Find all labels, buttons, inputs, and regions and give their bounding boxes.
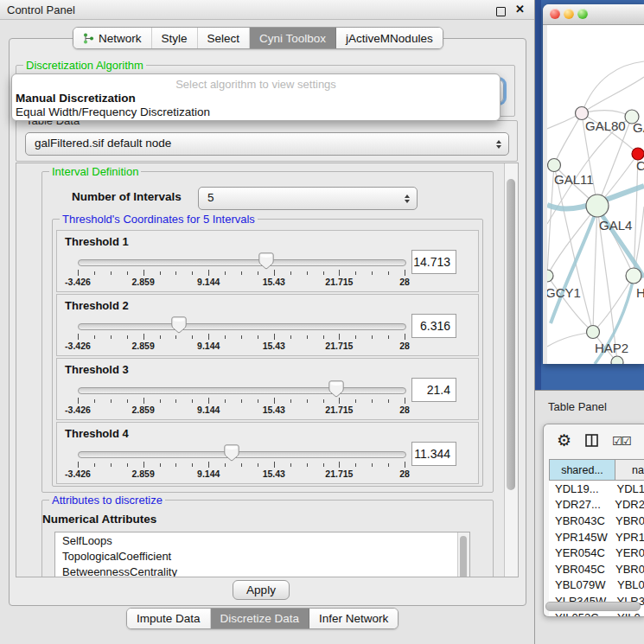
node-label-c: C bbox=[636, 158, 644, 173]
tab-discretize-data[interactable]: Discretize Data bbox=[211, 609, 310, 628]
minimize-traffic-light-icon[interactable] bbox=[564, 9, 574, 19]
columns-icon[interactable] bbox=[585, 434, 599, 451]
right-area: GAL80GACGAL11GAL4GCY1HHAP2 Table Panel ⚙… bbox=[535, 0, 644, 644]
node-label-gcy1: GCY1 bbox=[547, 285, 581, 300]
tab-label: jActiveMNodules bbox=[346, 32, 433, 45]
column-header-shared-name[interactable]: shared... bbox=[549, 459, 615, 481]
tab-style[interactable]: Style bbox=[152, 28, 198, 48]
column-header-name[interactable]: na bbox=[615, 459, 644, 481]
cell-shared-name: YIL052C bbox=[549, 611, 617, 617]
network-edge bbox=[582, 61, 644, 113]
tab-jactivemnodules[interactable]: jActiveMNodules bbox=[336, 28, 443, 48]
table-row[interactable]: YDL19...YDL1 bbox=[549, 481, 644, 497]
algorithm-option-equal-width-frequency-discretization[interactable]: Equal Width/Frequency Discretization bbox=[12, 105, 500, 118]
interval-definition-legend: Interval Definition bbox=[49, 165, 141, 178]
checkbox-icon[interactable]: ☑☑ bbox=[612, 434, 630, 448]
control-panel-window: Control Panel ✕ NetworkStyleSelectCyni T… bbox=[0, 0, 535, 644]
threshold-value-field[interactable]: 21.4 bbox=[411, 378, 456, 402]
slider-handle[interactable] bbox=[224, 444, 239, 462]
close-icon[interactable]: ✕ bbox=[515, 3, 525, 16]
cell-shared-name: YER054C bbox=[549, 546, 615, 559]
node-label-ga: GA bbox=[633, 120, 644, 135]
table-panel-window: ⚙ ☑☑ shared... na YDL19...YDL1YDR27...YD… bbox=[543, 424, 644, 617]
table-row[interactable]: YBR043CYBR0 bbox=[549, 513, 644, 529]
table-rows: YDL19...YDL1YDR27...YDR2YBR043CYBR0YPR14… bbox=[549, 481, 644, 616]
tab-label: Cyni Toolbox bbox=[259, 32, 326, 45]
thresholds-legend: Threshold's Coordinates for 5 Intervals bbox=[60, 213, 258, 226]
cell-shared-name: YPR145W bbox=[549, 531, 615, 544]
network-window: GAL80GACGAL11GAL4GCY1HHAP2 bbox=[543, 4, 644, 364]
slider-ticks bbox=[78, 462, 405, 469]
tab-infer-network[interactable]: Infer Network bbox=[309, 609, 398, 628]
network-node[interactable] bbox=[586, 194, 609, 217]
cyni-toolbox-panel: Discretization Algorithm Select algorith… bbox=[9, 38, 526, 606]
slider-handle[interactable] bbox=[171, 316, 187, 334]
slider-handle[interactable] bbox=[328, 380, 344, 398]
gear-icon[interactable]: ⚙ bbox=[557, 430, 571, 450]
tab-label: Infer Network bbox=[319, 612, 388, 625]
num-intervals-value: 5 bbox=[207, 191, 214, 204]
algorithm-option-manual-discretization[interactable]: Manual Discretization bbox=[12, 91, 500, 105]
network-node[interactable] bbox=[587, 326, 600, 339]
table-row[interactable]: YPR145WYPR1 bbox=[549, 529, 644, 545]
table-panel-title: Table Panel bbox=[548, 400, 607, 413]
table-row[interactable]: YBL079WYBL0 bbox=[549, 577, 644, 594]
cell-shared-name: YDR27... bbox=[549, 498, 615, 511]
table-panel-titlebar: Table Panel bbox=[535, 390, 644, 424]
tab-cyni-toolbox[interactable]: Cyni Toolbox bbox=[250, 28, 336, 48]
table-data-group: Table Data galFiltered.sif default node bbox=[16, 120, 518, 162]
tab-select[interactable]: Select bbox=[198, 28, 251, 48]
threshold-label: Threshold 3 bbox=[65, 363, 129, 376]
attributes-scrollbar[interactable] bbox=[457, 532, 469, 577]
network-node[interactable] bbox=[548, 159, 561, 172]
node-label-gal4: GAL4 bbox=[599, 218, 632, 233]
node-label-h: H bbox=[636, 285, 644, 300]
threshold-value-field[interactable]: 14.713 bbox=[411, 250, 456, 274]
slider-track[interactable] bbox=[78, 387, 406, 394]
apply-button[interactable]: Apply bbox=[233, 580, 290, 600]
network-node[interactable] bbox=[547, 270, 553, 282]
attribute-item-topologicalcoefficient[interactable]: TopologicalCoefficient bbox=[55, 548, 469, 564]
slider-track[interactable] bbox=[78, 323, 406, 330]
thresholds-group: Threshold's Coordinates for 5 Intervals … bbox=[52, 219, 483, 487]
threshold-panel-2: Threshold 2-3.4262.8599.14415.4321.71528… bbox=[56, 294, 479, 356]
tab-label: Select bbox=[207, 32, 240, 45]
node-label-gal11: GAL11 bbox=[554, 172, 594, 187]
slider-track[interactable] bbox=[78, 259, 406, 266]
tab-impute-data[interactable]: Impute Data bbox=[127, 609, 211, 628]
panel-scrollbar[interactable] bbox=[504, 163, 518, 577]
table-row[interactable]: YDR27...YDR2 bbox=[549, 497, 644, 513]
attribute-item-betweennesscentrality[interactable]: BetweennessCentrality bbox=[55, 564, 469, 577]
num-intervals-combobox[interactable]: 5 bbox=[198, 187, 418, 210]
zoom-traffic-light-icon[interactable] bbox=[577, 9, 588, 19]
table-hscrollbar[interactable] bbox=[545, 602, 641, 611]
attributes-legend: Attributes to discretize bbox=[49, 494, 165, 507]
table-row[interactable]: YER054CYER0 bbox=[549, 545, 644, 561]
discretization-algorithm-legend: Discretization Algorithm bbox=[23, 59, 146, 72]
cell-name: YPR1 bbox=[615, 531, 644, 544]
close-traffic-light-icon[interactable] bbox=[550, 9, 560, 19]
slider-ticks bbox=[78, 398, 405, 405]
panel-scrollbar-thumb[interactable] bbox=[507, 179, 515, 490]
threshold-value-field[interactable]: 11.344 bbox=[411, 442, 456, 466]
network-canvas[interactable]: GAL80GACGAL11GAL4GCY1HHAP2 bbox=[547, 25, 644, 364]
table-data-combobox[interactable]: galFiltered.sif default node bbox=[25, 132, 509, 156]
network-view-background: GAL80GACGAL11GAL4GCY1HHAP2 bbox=[535, 0, 644, 390]
table-row[interactable]: YBR045CYBR0 bbox=[549, 561, 644, 577]
slider-track[interactable] bbox=[78, 451, 406, 458]
attributes-scrollbar-thumb[interactable] bbox=[460, 536, 467, 577]
tab-network[interactable]: Network bbox=[73, 28, 152, 48]
network-window-titlebar bbox=[543, 4, 644, 25]
threshold-label: Threshold 1 bbox=[65, 235, 129, 248]
attributes-listbox[interactable]: SelfLoopsTopologicalCoefficientBetweenne… bbox=[54, 532, 470, 577]
threshold-panel-1: Threshold 1-3.4262.8599.14415.4321.71528… bbox=[56, 230, 479, 292]
network-node[interactable] bbox=[611, 356, 623, 364]
threshold-panel-3: Threshold 3-3.4262.8599.14415.4321.71528… bbox=[56, 358, 479, 420]
window-title: Control Panel bbox=[7, 3, 75, 16]
network-node[interactable] bbox=[626, 268, 641, 284]
slider-handle[interactable] bbox=[258, 252, 274, 270]
threshold-value-field[interactable]: 6.316 bbox=[411, 314, 456, 338]
attribute-item-selfloops[interactable]: SelfLoops bbox=[55, 532, 469, 548]
tab-label: Impute Data bbox=[137, 612, 201, 625]
float-icon[interactable] bbox=[496, 7, 506, 16]
